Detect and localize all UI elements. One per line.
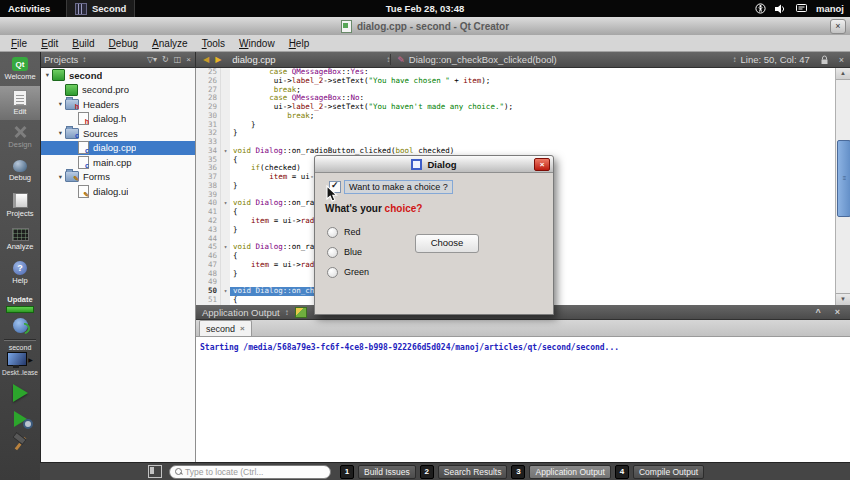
expand-arrow-icon[interactable]: ▾ (56, 173, 65, 181)
choose-button[interactable]: Choose (415, 234, 479, 253)
radio-label-green[interactable]: Green (344, 267, 369, 277)
chat-icon[interactable] (796, 4, 807, 13)
output-button-num-4[interactable]: 4 (615, 465, 629, 479)
radio-label-red[interactable]: Red (344, 227, 361, 237)
window-title-bar[interactable]: dialog.cpp - second - Qt Creator × (0, 17, 850, 36)
code-token: label_2 (292, 102, 324, 111)
menu-file[interactable]: File (4, 38, 34, 49)
update-globe-icon[interactable] (13, 318, 28, 333)
scroll-down-icon[interactable]: ▼ (836, 293, 850, 305)
menu-tools[interactable]: Tools (195, 38, 232, 49)
output-console[interactable]: Starting /media/568a79e3-fc6f-4ce8-b998-… (196, 337, 850, 462)
output-button-num-1[interactable]: 1 (340, 465, 354, 479)
debug-run-button[interactable] (14, 411, 27, 427)
output-button-num-2[interactable]: 2 (420, 465, 434, 479)
open-document-selector[interactable]: dialog.cpp ↕ (232, 54, 390, 65)
output-button-compile-output[interactable]: Compile Output (633, 465, 704, 479)
output-button-build-issues[interactable]: Build Issues (358, 465, 416, 479)
kit-selector[interactable]: ▶ (0, 352, 40, 366)
expand-arrow-icon[interactable]: ▾ (56, 100, 65, 108)
menu-window[interactable]: Window (232, 38, 282, 49)
mode-item-edit[interactable]: Edit (0, 86, 40, 120)
expand-arrow-icon[interactable]: ▾ (43, 71, 52, 79)
code-line-31[interactable]: 31 } (196, 121, 835, 130)
navigate-forward-icon[interactable]: ▶ (215, 55, 221, 64)
tree-item-dialog-cpp[interactable]: cdialog.cpp (40, 141, 195, 156)
mode-item-debug[interactable]: Debug (0, 154, 40, 188)
filter-icon[interactable]: ▽▾ (147, 55, 157, 64)
tree-item-Headers[interactable]: ▾hHeaders (40, 97, 195, 112)
fold-marker-icon[interactable]: ▾ (220, 243, 230, 252)
tree-item-Sources[interactable]: ▾cSources (40, 126, 195, 141)
fold-column (220, 112, 230, 121)
menu-help[interactable]: Help (282, 38, 317, 49)
code-line-32[interactable]: 32} (196, 129, 835, 138)
fold-marker-icon[interactable]: ▾ (220, 147, 230, 156)
navigate-back-icon[interactable]: ◀ (203, 55, 209, 64)
mode-item-analyze[interactable]: Analyze (0, 222, 40, 256)
code-text: } (230, 129, 238, 138)
menu-build[interactable]: Build (65, 38, 101, 49)
window-list-button[interactable]: Second (66, 0, 135, 17)
scroll-up-icon[interactable]: ▲ (836, 68, 850, 80)
output-pane-title[interactable]: Application Output (202, 307, 280, 318)
locator-input[interactable]: Type to locate (Ctrl... (169, 465, 331, 479)
menu-edit[interactable]: Edit (34, 38, 65, 49)
user-menu[interactable]: manoj (816, 3, 844, 14)
fold-marker-icon[interactable]: ▾ (220, 199, 230, 208)
fold-column (220, 270, 230, 279)
dialog-close-button[interactable]: × (534, 158, 550, 171)
toggle-sidebar-button[interactable] (148, 465, 162, 478)
fold-marker-icon[interactable]: ▾ (220, 287, 230, 296)
close-editor-icon[interactable]: × (839, 55, 844, 65)
run-button[interactable] (13, 384, 28, 402)
accessibility-icon[interactable] (755, 3, 766, 14)
radio-button-red[interactable] (327, 227, 338, 238)
output-button-search-results[interactable]: Search Results (438, 465, 508, 479)
symbol-selector[interactable]: ✎ Dialog::on_checkBox_clicked(bool) (390, 54, 732, 65)
tree-item-main-cpp[interactable]: cmain.cpp (40, 155, 195, 170)
tree-item-dialog-h[interactable]: hdialog.h (40, 112, 195, 127)
mode-label-help: Help (12, 276, 27, 285)
code-line-30[interactable]: 30 break; (196, 112, 835, 121)
radio-label-blue[interactable]: Blue (344, 247, 362, 257)
editor-scrollbar[interactable]: ▲ ≡ ▼ (835, 68, 850, 305)
close-tab-icon[interactable]: × (240, 324, 245, 333)
menu-debug[interactable]: Debug (102, 38, 145, 49)
tree-item-dialog-ui[interactable]: ✎dialog.ui (40, 184, 195, 199)
maximize-pane-icon[interactable]: ^ (815, 307, 820, 317)
build-button[interactable] (10, 434, 30, 452)
output-button-application-output[interactable]: Application Output (529, 465, 610, 479)
clock[interactable]: Tue Feb 28, 03:48 (386, 3, 465, 14)
dialog-title-bar[interactable]: Dialog × (315, 156, 553, 173)
mode-item-welcome[interactable]: QtWelcome (0, 52, 40, 86)
scrollbar-thumb[interactable]: ≡ (837, 140, 850, 217)
volume-icon[interactable] (775, 4, 787, 14)
tree-item-second-pro[interactable]: second.pro (40, 83, 195, 98)
menu-analyze[interactable]: Analyze (145, 38, 195, 49)
expand-arrow-icon[interactable]: ▾ (56, 129, 65, 137)
window-close-button[interactable]: × (830, 19, 846, 34)
close-pane-icon[interactable]: × (186, 55, 191, 64)
file-lock-icon[interactable] (820, 55, 829, 65)
output-pane-arrows-icon[interactable]: ↕ (285, 308, 289, 317)
mode-item-projects[interactable]: Projects (0, 188, 40, 222)
split-pane-icon[interactable]: ◫ (174, 55, 182, 64)
projects-tree: ▾secondsecond.pro▾hHeadershdialog.h▾cSou… (40, 68, 196, 462)
clear-output-icon[interactable] (295, 307, 307, 318)
sync-with-editor-icon[interactable]: ↻ (162, 55, 169, 64)
app-dialog-window[interactable]: Dialog × Want to make a choice ? What's … (314, 155, 554, 315)
tree-item-Forms[interactable]: ▾✎Forms (40, 170, 195, 185)
output-button-num-3[interactable]: 3 (511, 465, 525, 479)
pane-selector-arrows-icon[interactable]: ↕ (82, 55, 86, 64)
radio-button-green[interactable] (327, 267, 338, 278)
output-tab-second[interactable]: second × (199, 320, 252, 336)
choice-checkbox-label[interactable]: Want to make a choice ? (344, 180, 453, 194)
radio-button-blue[interactable] (327, 247, 338, 258)
tree-item-second[interactable]: ▾second (40, 68, 195, 83)
close-output-pane-icon[interactable]: × (835, 307, 840, 317)
mode-item-help[interactable]: ?Help (0, 256, 40, 290)
activities-button[interactable]: Activities (8, 3, 50, 14)
code-token: Dialog (256, 198, 283, 207)
projects-pane-title[interactable]: Projects (44, 54, 78, 65)
